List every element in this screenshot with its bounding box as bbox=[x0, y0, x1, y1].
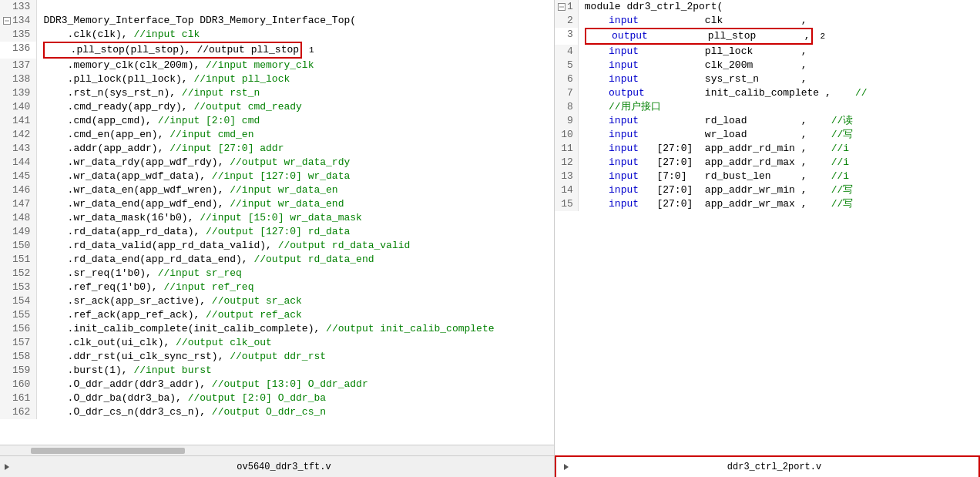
badge-2: 2 bbox=[817, 29, 827, 43]
right-tab-label[interactable]: ddr3_ctrl_2port.v bbox=[576, 462, 972, 472]
code-text: .cmd_ready(app_rdy), bbox=[43, 101, 193, 113]
keyword-input: input bbox=[609, 15, 639, 26]
comment-text: //input [27:0] addr bbox=[169, 143, 284, 154]
line-content: .rd_data(app_rd_data), //output [127:0] … bbox=[37, 225, 554, 239]
right-tab-icon bbox=[562, 462, 573, 472]
table-row: 157 .clk_out(ui_clk), //output clk_out bbox=[0, 336, 554, 350]
table-row: 134DDR3_Memory_Interface_Top DDR3_Memory… bbox=[0, 14, 554, 28]
table-row: 161 .O_ddr_ba(ddr3_ba), //output [2:0] O… bbox=[0, 391, 554, 405]
line-content: .wr_data_rdy(app_wdf_rdy), //output wr_d… bbox=[37, 156, 554, 170]
comment-text: //input clk bbox=[133, 29, 200, 40]
comment-text: //output rd_data_end bbox=[253, 254, 374, 265]
line-content: .addr(app_addr), //input [27:0] addr bbox=[37, 142, 554, 156]
line-number: 140 bbox=[0, 100, 37, 114]
code-text: .ref_ack(app_ref_ack), bbox=[43, 309, 206, 321]
left-tab-bar: ov5640_ddr3_tft.v bbox=[0, 455, 554, 477]
code-text: .O_ddr_addr(ddr3_addr), bbox=[43, 378, 211, 390]
line-content: .wr_data_mask(16'b0), //input [15:0] wr_… bbox=[37, 211, 554, 225]
comment-text: //input [127:0] wr_data bbox=[212, 170, 350, 182]
code-text: .burst(1), bbox=[43, 364, 133, 376]
table-row: 135 .clk(clk), //input clk bbox=[0, 28, 554, 42]
line-number: 135 bbox=[0, 28, 37, 42]
right-panel: 1module ddr3_ctrl_2port(2 input clk ,3 o… bbox=[555, 0, 980, 477]
highlighted-line-text: .pll_stop(pll_stop), //output pll_stop bbox=[43, 42, 302, 59]
line-number: 12 bbox=[555, 156, 578, 170]
table-row: 151 .rd_data_end(app_rd_data_end), //out… bbox=[0, 253, 554, 267]
line-content: input wr_load , //写 bbox=[578, 128, 980, 142]
line-number: 153 bbox=[0, 280, 37, 294]
line-number: 147 bbox=[0, 197, 37, 211]
right-code-area[interactable]: 1module ddr3_ctrl_2port(2 input clk ,3 o… bbox=[555, 0, 980, 455]
table-row: 133 bbox=[0, 0, 554, 14]
comment-text: //input memory_clk bbox=[206, 59, 314, 71]
comment-text: //写 bbox=[831, 129, 854, 140]
line-number: 3 bbox=[555, 28, 578, 45]
fold-marker[interactable] bbox=[3, 17, 11, 25]
line-number: 160 bbox=[0, 378, 37, 391]
keyword-input: input bbox=[609, 170, 639, 182]
table-row: 138 .pll_lock(pll_lock), //input pll_loc… bbox=[0, 72, 554, 86]
left-scroll-thumb[interactable] bbox=[31, 448, 185, 454]
line-content: //用户接口 bbox=[578, 100, 980, 114]
table-row: 143 .addr(app_addr), //input [27:0] addr bbox=[0, 142, 554, 156]
line-number: 2 bbox=[555, 14, 578, 28]
line-number: 155 bbox=[0, 308, 37, 322]
code-text: .rd_data(app_rd_data), bbox=[43, 226, 206, 237]
table-row: 156 .init_calib_complete(init_calib_comp… bbox=[0, 322, 554, 336]
table-row: 12 input [27:0] app_addr_rd_max , //i bbox=[555, 156, 980, 170]
line-number: 162 bbox=[0, 405, 37, 419]
comment-text: //output [13:0] O_ddr_addr bbox=[212, 378, 368, 390]
line-content: input [27:0] app_addr_rd_max , //i bbox=[578, 156, 980, 170]
comment-text: //读 bbox=[831, 115, 854, 126]
line-content: .ddr_rst(ui_clk_sync_rst), //output ddr_… bbox=[37, 350, 554, 364]
left-code-area[interactable]: 133134DDR3_Memory_Interface_Top DDR3_Mem… bbox=[0, 0, 554, 445]
comment-text: // bbox=[855, 87, 868, 99]
code-text: .wr_data_end(app_wdf_end), bbox=[43, 198, 230, 210]
line-number: 4 bbox=[555, 45, 578, 59]
keyword-input: input bbox=[609, 129, 639, 140]
fold-marker[interactable] bbox=[558, 3, 566, 11]
keyword-output: output bbox=[609, 87, 645, 99]
comment-text: //input [15:0] wr_data_mask bbox=[200, 212, 362, 223]
comment-text: //output rd_data_valid bbox=[278, 240, 411, 251]
comment-text: //写 bbox=[831, 184, 854, 196]
comment-text: //output [2:0] O_ddr_ba bbox=[188, 392, 326, 404]
line-content: input pll_lock , bbox=[578, 45, 980, 59]
line-number: 161 bbox=[0, 391, 37, 405]
code-text: .rst_n(sys_rst_n), bbox=[43, 87, 181, 99]
code-text: .init_calib_complete(init_calib_complete… bbox=[43, 323, 326, 334]
line-number: 138 bbox=[0, 72, 37, 86]
right-code-table: 1module ddr3_ctrl_2port(2 input clk ,3 o… bbox=[555, 0, 980, 211]
comment-text: //input sr_req bbox=[158, 267, 242, 279]
line-content: input [27:0] app_addr_wr_max , //写 bbox=[578, 197, 980, 211]
left-tab-label[interactable]: ov5640_ddr3_tft.v bbox=[17, 462, 551, 472]
line-number: 134 bbox=[0, 14, 37, 28]
comment-text: //output clk_out bbox=[176, 337, 272, 348]
table-row: 146 .wr_data_en(app_wdf_wren), //input w… bbox=[0, 183, 554, 197]
keyword-input: input bbox=[609, 115, 639, 126]
comment-text: //input rst_n bbox=[182, 87, 260, 99]
keyword-input: input bbox=[609, 184, 639, 196]
line-content: .ref_ack(app_ref_ack), //output ref_ack bbox=[37, 308, 554, 322]
line-number: 133 bbox=[0, 0, 37, 14]
left-scroll-area[interactable] bbox=[0, 445, 554, 455]
table-row: 136 .pll_stop(pll_stop), //output pll_st… bbox=[0, 42, 554, 59]
comment-text: //i bbox=[831, 170, 849, 182]
keyword-input: input bbox=[609, 156, 639, 168]
table-row: 162 .O_ddr_cs_n(ddr3_cs_n), //output O_d… bbox=[0, 405, 554, 419]
table-row: 153 .ref_req(1'b0), //input ref_req bbox=[0, 280, 554, 294]
line-number: 11 bbox=[555, 142, 578, 156]
code-text: .ddr_rst(ui_clk_sync_rst), bbox=[43, 351, 230, 362]
line-content: .O_ddr_ba(ddr3_ba), //output [2:0] O_ddr… bbox=[37, 391, 554, 405]
comment-text: //output init_calib_complete bbox=[326, 323, 494, 334]
line-content: input [7:0] rd_bust_len , //i bbox=[578, 170, 980, 183]
line-content: .pll_stop(pll_stop), //output pll_stop1 bbox=[37, 42, 554, 59]
comment-text: //input [2:0] cmd bbox=[158, 115, 260, 126]
table-row: 3 output pll_stop ,2 bbox=[555, 28, 980, 45]
line-content: .clk_out(ui_clk), //output clk_out bbox=[37, 336, 554, 350]
comment-text: //output cmd_ready bbox=[193, 101, 301, 113]
line-content: module ddr3_ctrl_2port( bbox=[578, 0, 980, 14]
table-row: 160 .O_ddr_addr(ddr3_addr), //output [13… bbox=[0, 378, 554, 391]
comment-text: //output O_ddr_cs_n bbox=[212, 406, 326, 418]
badge-1: 1 bbox=[307, 43, 317, 57]
